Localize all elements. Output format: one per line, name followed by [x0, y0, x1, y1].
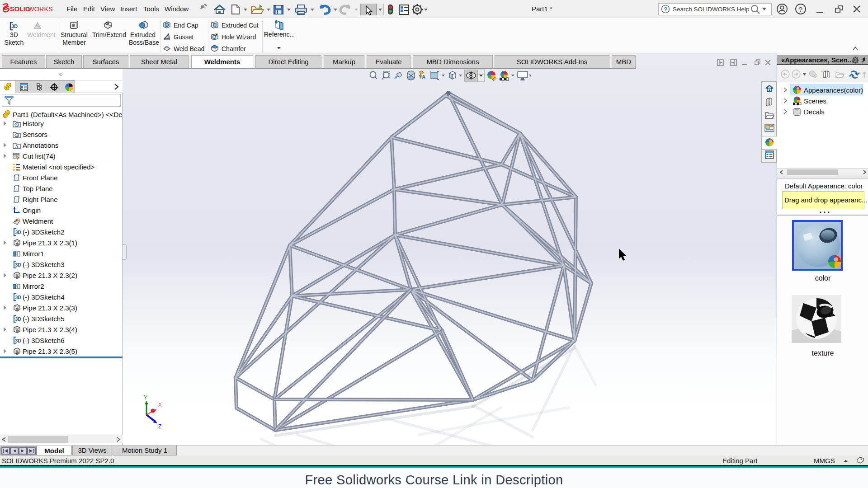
svg-text:WORKS: WORKS: [28, 5, 53, 13]
svg-text:3D: 3D: [15, 230, 22, 235]
svg-text:Y: Y: [144, 394, 147, 401]
svg-text:3D: 3D: [15, 262, 22, 267]
svg-text:3D: 3D: [11, 23, 18, 29]
svg-text:A: A: [422, 74, 425, 80]
svg-text:3D: 3D: [15, 295, 22, 300]
svg-text:Z: Z: [158, 423, 161, 430]
svg-text:3D: 3D: [15, 338, 22, 343]
svg-text:3D: 3D: [15, 316, 22, 322]
svg-text:A: A: [15, 144, 19, 149]
svg-text:SOLID: SOLID: [10, 5, 30, 13]
svg-text:X: X: [158, 402, 162, 408]
svg-text:?: ?: [799, 5, 802, 13]
svg-text:?: ?: [664, 6, 668, 13]
